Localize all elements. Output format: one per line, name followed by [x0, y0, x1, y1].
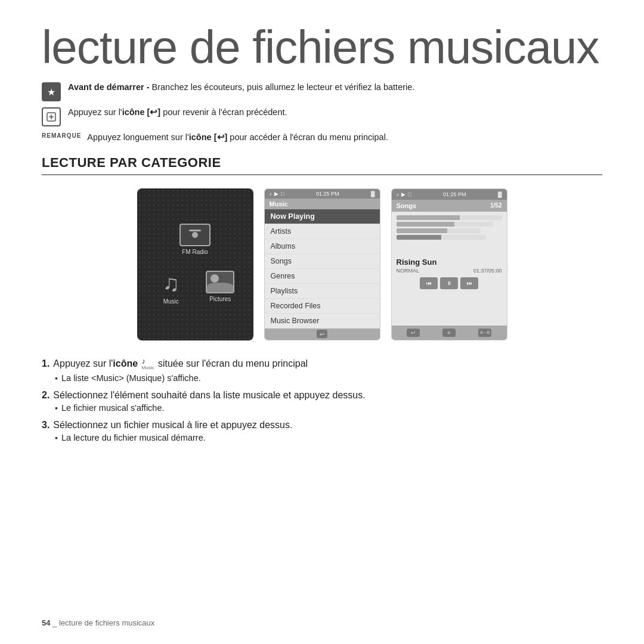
player-content: Rising Sun NORMAL 01:37/05:00 ⏮ ⏸ ⏭ [392, 212, 507, 326]
music-note-icon: ♫ [156, 271, 187, 296]
ab-button-player[interactable]: A↔B [478, 329, 491, 337]
device-dark: FM Radio ♫ Music Pictures [137, 188, 253, 340]
notes-section: ★ Avant de démarrer - Branchez les écout… [42, 81, 602, 144]
player-mode-row: NORMAL 01:37/05:00 [397, 268, 502, 274]
step-1-text: Appuyez sur l'icône ♪Music située sur l'… [53, 357, 308, 371]
instruction-3-main: 3. Sélectionnez un fichier musical à lir… [42, 420, 602, 431]
fm-radio-icon-group: FM Radio [179, 224, 210, 255]
device3-statusbar: ♪ ▶ □ 01:25 PM ▓ [392, 189, 507, 200]
page: lecture de fichiers musicaux ★ Avant de … [0, 0, 644, 644]
pencil-icon [42, 107, 61, 126]
device-player: ♪ ▶ □ 01:25 PM ▓ Songs 1/52 [391, 188, 507, 340]
battery-icon: ▓ [371, 191, 375, 197]
footer-text: _ lecture de fichiers musicaux [50, 618, 154, 627]
star-note-row: ★ Avant de démarrer - Branchez les écout… [42, 81, 602, 101]
step-2-text: Sélectionnez l'élément souhaité dans la … [53, 390, 365, 401]
battery-indicator: □ [281, 191, 284, 197]
remarque-text: Appuyez longuement sur l'icône [↩] pour … [87, 131, 388, 144]
statusbar-left: ♪ ▶ □ [270, 191, 284, 197]
list-item-genres[interactable]: Genres [265, 269, 380, 284]
battery-indicator3: □ [408, 191, 411, 197]
device-list: ♪ ▶ □ 01:25 PM ▓ Music Now Playing Artis… [264, 188, 380, 340]
statusbar3-time: 01:25 PM [443, 191, 466, 197]
page-title: lecture de fichiers musicaux [42, 24, 602, 70]
player-bottombar: ↩ ≡ A↔B [392, 326, 507, 340]
music-pictures-row: ♫ Music Pictures [146, 271, 244, 305]
instruction-1: 1. Appuyez sur l'icône ♪Music située sur… [42, 357, 602, 383]
instruction-2-main: 2. Sélectionnez l'élément souhaité dans … [42, 390, 602, 401]
instruction-1-sub: ▪ La liste <Music> (Musique) s'affiche. [55, 373, 602, 383]
player-time: 01:37/05:00 [473, 268, 502, 274]
footer-page-num: 54 [42, 618, 50, 627]
step-1-sub-text: La liste <Music> (Musique) s'affiche. [61, 373, 201, 383]
list-item-artists[interactable]: Artists [265, 224, 380, 239]
instruction-1-main: 1. Appuyez sur l'icône ♪Music située sur… [42, 357, 602, 371]
remarque-row: REMARQUE Appuyez longuement sur l'icône … [42, 131, 602, 144]
pictures-label: Pictures [209, 296, 231, 302]
player-song-title: Rising Sun [397, 258, 502, 267]
music-note-status3: ♪ [397, 191, 400, 197]
device3-section: Songs [397, 202, 417, 209]
pencil-note-text: Appuyez sur l'icône [↩] pour revenir à l… [68, 106, 287, 119]
star-icon: ★ [42, 82, 61, 101]
device3-track-info: 1/52 [490, 202, 501, 209]
statusbar3-left: ♪ ▶ □ [397, 191, 411, 197]
step-2-sub-text: Le fichier musical s'affiche. [61, 403, 165, 413]
instruction-2: 2. Sélectionnez l'élément souhaité dans … [42, 390, 602, 413]
star-note-text: Avant de démarrer - Branchez les écouteu… [68, 81, 414, 94]
player-controls: ⏮ ⏸ ⏭ [397, 277, 502, 289]
list-item-now-playing[interactable]: Now Playing [265, 209, 380, 224]
battery-icon3: ▓ [498, 191, 502, 197]
player-mode: NORMAL [397, 268, 420, 274]
waveform-row-1 [397, 215, 502, 220]
prev-button[interactable]: ⏮ [420, 277, 438, 289]
list-item-playlists[interactable]: Playlists [265, 284, 380, 299]
menu-button-player[interactable]: ≡ [442, 329, 456, 337]
device2-bottombar: ↩ [265, 329, 380, 340]
step-3-text: Sélectionnez un fichier musical à lire e… [53, 420, 292, 431]
pictures-box [206, 271, 234, 293]
music-note-status: ♪ [270, 191, 273, 197]
device-dark-icons: FM Radio ♫ Music Pictures [137, 224, 253, 305]
list-item-music-browser[interactable]: Music Browser [265, 314, 380, 329]
instruction-2-sub: ▪ Le fichier musical s'affiche. [55, 403, 602, 413]
step-3-num: 3. [42, 420, 49, 431]
music-label: Music [163, 298, 179, 305]
step-2-num: 2. [42, 390, 49, 401]
instructions: 1. Appuyez sur l'icône ♪Music située sur… [42, 357, 602, 442]
fm-radio-box [179, 224, 210, 246]
music-icon-inline: ♪Music [142, 357, 154, 370]
device3-titlebar: Songs 1/52 [392, 200, 507, 212]
instruction-3-sub: ▪ La lecture du fichier musical démarre. [55, 433, 602, 442]
section-heading: LECTURE PAR CATEGORIE [42, 155, 602, 175]
list-item-albums[interactable]: Albums [265, 239, 380, 254]
star-note-bold: Avant de démarrer - [68, 82, 149, 92]
device2-statusbar: ♪ ▶ □ 01:25 PM ▓ [265, 189, 380, 199]
step-3-sub-text: La lecture du fichier musical démarre. [61, 433, 206, 442]
waveform-row-2 [397, 222, 494, 227]
pencil-note-row: Appuyez sur l'icône [↩] pour revenir à l… [42, 106, 602, 126]
back-button-player[interactable]: ↩ [407, 329, 420, 337]
pic-head [210, 274, 219, 283]
instruction-3: 3. Sélectionnez un fichier musical à lir… [42, 420, 602, 442]
pause-button[interactable]: ⏸ [440, 277, 458, 289]
music-icon-group: ♫ Music [156, 271, 187, 305]
waveform-row-3 [397, 228, 481, 233]
spacer [397, 244, 502, 255]
star-note-content: Branchez les écouteurs, puis allumez le … [149, 82, 414, 92]
back-button-device2[interactable]: ↩ [317, 330, 327, 338]
next-button[interactable]: ⏭ [460, 277, 478, 289]
pic-body [207, 283, 233, 292]
radio-antenna [189, 230, 201, 231]
devices-row: FM Radio ♫ Music Pictures [42, 188, 602, 340]
list-item-songs[interactable]: Songs [265, 254, 380, 269]
remarque-label: REMARQUE [42, 132, 81, 139]
page-footer: 54 _ lecture de fichiers musicaux [42, 618, 154, 627]
device2-list-content: Now Playing Artists Albums Songs Genres … [265, 209, 380, 329]
play-indicator: ▶ [274, 191, 278, 197]
play-indicator3: ▶ [401, 191, 405, 197]
list-item-recorded-files[interactable]: Recorded Files [265, 299, 380, 314]
pictures-icon-group: Pictures [206, 271, 234, 305]
step-1-num: 1. [42, 358, 49, 369]
fm-radio-label: FM Radio [182, 249, 208, 255]
